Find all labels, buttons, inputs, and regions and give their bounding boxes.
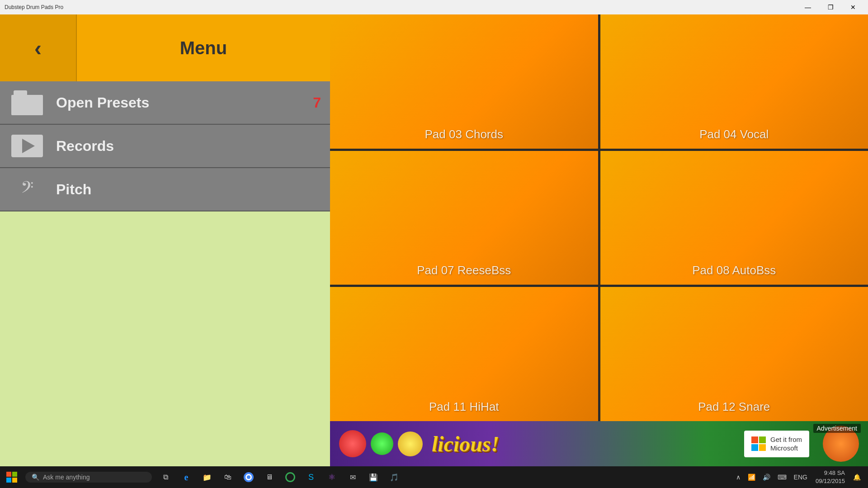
date-display: 09/12/2015 [816, 477, 845, 485]
display-button[interactable]: 🖥 [259, 466, 279, 488]
ad-content: licious! Get it fromMicrosoft [330, 421, 868, 466]
title-bar: Dubstep Drum Pads Pro — ❐ ✕ [0, 0, 868, 14]
minimize-button[interactable]: — [797, 0, 818, 14]
taskbar-icons: ⧉ e 📁 🛍 🖥 S ⚛ ✉ 💾 🎵 [156, 466, 404, 488]
pad-03-label: Pad 03 Chords [425, 127, 503, 141]
mail-button[interactable]: ✉ [343, 466, 363, 488]
open-presets-label: Open Presets [56, 94, 302, 111]
network-icon[interactable]: 📶 [745, 472, 758, 483]
open-presets-badge: 7 [313, 94, 321, 111]
back-button[interactable]: ‹ [0, 14, 77, 81]
left-panel: ‹ Menu Open Presets 7 [0, 14, 330, 466]
device-button[interactable]: 💾 [363, 466, 383, 488]
windows-logo [6, 472, 17, 483]
pad-08[interactable]: Pad 08 AutoBss [600, 151, 868, 285]
pad-04[interactable]: Pad 04 Vocal [600, 14, 868, 149]
start-button[interactable] [0, 466, 24, 488]
ms-logo [751, 436, 766, 451]
taskbar-search-text: Ask me anything [43, 474, 90, 481]
edge-button[interactable]: e [176, 466, 196, 488]
notifications-icon[interactable]: 🔔 [850, 472, 863, 483]
pad-11[interactable]: Pad 11 HiHat [330, 287, 598, 421]
store-button[interactable]: 🛍 [218, 466, 238, 488]
menu-item-pitch[interactable]: 𝄢 Pitch [0, 168, 330, 211]
system-tray: ∧ 📶 🔊 ⌨ ENG 9:48 SA 09/12/2015 🔔 [733, 467, 868, 487]
app-icon[interactable]: 🎵 [384, 466, 404, 488]
pitch-label: Pitch [56, 181, 310, 198]
task-view-button[interactable]: ⧉ [156, 466, 175, 488]
ad-text: licious! [432, 432, 499, 456]
ad-label: Advertisement [813, 424, 861, 433]
tray-chevron[interactable]: ∧ [733, 472, 743, 483]
menu-title: Menu [77, 38, 330, 58]
pad-07[interactable]: Pad 07 ReeseBss [330, 151, 598, 285]
pad-08-label: Pad 08 AutoBss [692, 263, 776, 277]
folder-icon [9, 89, 45, 116]
ad-ms-text: Get it fromMicrosoft [770, 435, 802, 453]
volume-icon[interactable]: 🔊 [760, 472, 773, 483]
menu-list: Open Presets 7 Records 𝄢 Pitch [0, 81, 330, 466]
ad-ms-box[interactable]: Get it fromMicrosoft [744, 431, 809, 457]
records-label: Records [56, 138, 310, 155]
file-explorer-button[interactable]: 📁 [197, 466, 217, 488]
pad-04-label: Pad 04 Vocal [699, 127, 769, 141]
pad-12[interactable]: Pad 12 Snare [600, 287, 868, 421]
chrome2-button[interactable] [280, 466, 300, 488]
screen-content: ‹ Menu Open Presets 7 [0, 14, 868, 466]
clock[interactable]: 9:48 SA 09/12/2015 [812, 467, 849, 487]
menu-header: ‹ Menu [0, 14, 330, 81]
taskbar-search-icon: 🔍 [32, 474, 39, 481]
keyboard-icon[interactable]: ⌨ [775, 472, 789, 483]
pad-07-label: Pad 07 ReeseBss [417, 263, 511, 277]
pad-12-label: Pad 12 Snare [698, 400, 770, 414]
window-controls: — ❐ ✕ [797, 0, 863, 14]
menu-item-open-presets[interactable]: Open Presets 7 [0, 81, 330, 125]
close-button[interactable]: ✕ [843, 0, 863, 14]
play-icon [9, 132, 45, 160]
chrome-button[interactable] [239, 466, 259, 488]
pad-03[interactable]: Pad 03 Chords [330, 14, 598, 149]
time-display: 9:48 SA [816, 469, 845, 477]
back-arrow-icon: ‹ [34, 36, 42, 61]
pads-area: Pad 03 Chords Pad 04 Vocal Pad 07 ReeseB… [330, 14, 868, 421]
menu-item-records[interactable]: Records [0, 125, 330, 168]
pad-11-label: Pad 11 HiHat [429, 400, 499, 414]
skype-button[interactable]: S [301, 466, 321, 488]
ad-banner: Advertisement licious! Get it fr [330, 421, 868, 466]
taskbar-search[interactable]: 🔍 Ask me anything [25, 472, 152, 483]
app-title: Dubstep Drum Pads Pro [5, 4, 63, 10]
visual-studio-button[interactable]: ⚛ [322, 466, 342, 488]
tuning-fork-icon: 𝄢 [9, 176, 45, 203]
taskbar: 🔍 Ask me anything ⧉ e 📁 🛍 🖥 S ⚛ ✉ 💾 🎵 ∧ … [0, 466, 868, 488]
right-panel: Pad 03 Chords Pad 04 Vocal Pad 07 ReeseB… [330, 14, 868, 466]
lang-label[interactable]: ENG [791, 472, 810, 483]
maximize-button[interactable]: ❐ [820, 0, 841, 14]
